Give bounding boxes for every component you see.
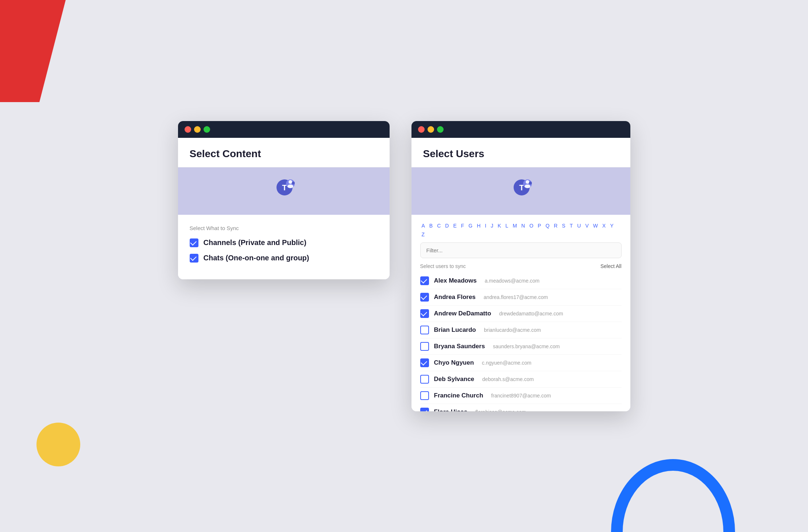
user-row-alex-meadows: Alex Meadows a.meadows@acme.com xyxy=(420,273,622,289)
maximize-button-left[interactable] xyxy=(204,126,210,133)
alpha-L[interactable]: L xyxy=(504,222,510,229)
svg-point-4 xyxy=(287,185,293,188)
users-list: Alex Meadows a.meadows@acme.com Andrea F… xyxy=(411,273,630,411)
users-header: Select users to sync Select All xyxy=(411,263,630,273)
user-row-andrea-flores: Andrea Flores andrea.flores17@acme.com xyxy=(420,289,622,306)
user-checkbox-deb-sylvance[interactable] xyxy=(420,375,429,384)
user-email-chyo-ngyuen: c.ngyuen@acme.com xyxy=(482,360,531,366)
svg-point-11 xyxy=(529,182,532,185)
channels-row: Channels (Private and Public) xyxy=(190,238,378,247)
user-email-andrea-flores: andrea.flores17@acme.com xyxy=(484,294,548,300)
user-name-bryana-saunders: Bryana Saunders xyxy=(434,343,485,350)
alphabet-filter: A B C D E F G H I J K L M N O P Q R S T xyxy=(411,215,630,242)
user-checkbox-andrew-dedamatto[interactable] xyxy=(420,309,429,318)
select-all-button[interactable]: Select All xyxy=(600,263,622,269)
right-window-header: Select Users xyxy=(411,138,630,167)
svg-point-9 xyxy=(526,180,529,184)
alpha-C[interactable]: C xyxy=(436,222,442,229)
user-checkbox-francine-church[interactable] xyxy=(420,391,429,400)
alpha-K[interactable]: K xyxy=(496,222,502,229)
teams-logo-left: T xyxy=(269,176,298,206)
alpha-U[interactable]: U xyxy=(576,222,582,229)
teams-banner-right: T xyxy=(411,167,630,215)
alpha-Q[interactable]: Q xyxy=(544,222,551,229)
alpha-M[interactable]: M xyxy=(511,222,518,229)
alpha-H[interactable]: H xyxy=(475,222,482,229)
close-button-left[interactable] xyxy=(185,126,191,133)
user-checkbox-alex-meadows[interactable] xyxy=(420,276,429,285)
alpha-Y[interactable]: Y xyxy=(608,222,615,229)
left-window-body: Select Content T xyxy=(178,138,390,279)
user-row-deb-sylvance: Deb Sylvance deborah.s@acme.com xyxy=(420,371,622,388)
user-row-brian-lucardo: Brian Lucardo brianlucardo@acme.com xyxy=(420,322,622,338)
user-row-flora-hisas: Flora Hisas florahisas@acme.com xyxy=(420,404,622,411)
user-row-francine-church: Francine Church francinet8907@acme.com xyxy=(420,388,622,404)
user-checkbox-andrea-flores[interactable] xyxy=(420,293,429,302)
user-row-chyo-ngyuen: Chyo Ngyuen c.ngyuen@acme.com xyxy=(420,355,622,371)
user-email-deb-sylvance: deborah.s@acme.com xyxy=(482,376,534,382)
chats-checkbox[interactable] xyxy=(190,254,198,263)
alpha-N[interactable]: N xyxy=(520,222,526,229)
titlebar-left xyxy=(178,121,390,138)
user-email-alex-meadows: a.meadows@acme.com xyxy=(485,278,540,284)
alpha-W[interactable]: W xyxy=(592,222,599,229)
select-content-window: Select Content T xyxy=(178,121,390,279)
right-window-body: Select Users T A B C D E F xyxy=(411,138,630,411)
section-label: Select What to Sync xyxy=(190,225,378,231)
user-checkbox-flora-hisas[interactable] xyxy=(420,408,429,411)
select-users-window: Select Users T A B C D E F xyxy=(411,121,630,411)
user-name-andrea-flores: Andrea Flores xyxy=(434,294,476,301)
user-name-flora-hisas: Flora Hisas xyxy=(434,408,468,411)
minimize-button-left[interactable] xyxy=(194,126,201,133)
minimize-button-right[interactable] xyxy=(428,126,434,133)
alpha-R[interactable]: R xyxy=(552,222,559,229)
user-email-bryana-saunders: saunders.bryana@acme.com xyxy=(493,343,560,349)
chats-label: Chats (One-on-one and group) xyxy=(204,254,309,262)
user-name-brian-lucardo: Brian Lucardo xyxy=(434,326,476,334)
user-row-bryana-saunders: Bryana Saunders saunders.bryana@acme.com xyxy=(420,338,622,355)
user-email-brian-lucardo: brianlucardo@acme.com xyxy=(484,327,541,333)
alpha-B[interactable]: B xyxy=(428,222,434,229)
alpha-O[interactable]: O xyxy=(528,222,535,229)
alpha-D[interactable]: D xyxy=(444,222,450,229)
svg-point-3 xyxy=(289,180,292,184)
user-name-andrew-dedamatto: Andrew DeDamatto xyxy=(434,310,491,317)
alpha-Z[interactable]: Z xyxy=(420,231,426,238)
user-name-deb-sylvance: Deb Sylvance xyxy=(434,376,475,383)
user-name-francine-church: Francine Church xyxy=(434,392,483,399)
svg-point-10 xyxy=(525,185,530,188)
alpha-I[interactable]: I xyxy=(483,222,488,229)
windows-container: Select Content T xyxy=(178,121,630,411)
content-section: Select What to Sync Channels (Private an… xyxy=(178,215,390,279)
alpha-J[interactable]: J xyxy=(489,222,495,229)
alpha-P[interactable]: P xyxy=(536,222,542,229)
channels-checkbox[interactable] xyxy=(190,238,198,247)
alpha-A[interactable]: A xyxy=(420,222,426,229)
maximize-button-right[interactable] xyxy=(437,126,444,133)
alpha-T[interactable]: T xyxy=(568,222,575,229)
user-checkbox-bryana-saunders[interactable] xyxy=(420,342,429,351)
close-button-right[interactable] xyxy=(418,126,425,133)
alpha-S[interactable]: S xyxy=(560,222,567,229)
right-window-title: Select Users xyxy=(423,148,619,160)
bg-yellow-circle xyxy=(36,423,80,466)
teams-logo-right: T xyxy=(506,176,536,206)
user-checkbox-chyo-ngyuen[interactable] xyxy=(420,358,429,367)
alpha-F[interactable]: F xyxy=(460,222,466,229)
channels-label: Channels (Private and Public) xyxy=(204,238,306,247)
alpha-G[interactable]: G xyxy=(467,222,474,229)
user-checkbox-brian-lucardo[interactable] xyxy=(420,326,429,334)
user-name-alex-meadows: Alex Meadows xyxy=(434,277,477,284)
user-email-flora-hisas: florahisas@acme.com xyxy=(475,409,526,411)
alpha-E[interactable]: E xyxy=(452,222,458,229)
left-window-header: Select Content xyxy=(178,138,390,167)
user-email-andrew-dedamatto: drewdedamatto@acme.com xyxy=(499,311,563,317)
filter-input[interactable] xyxy=(420,242,622,258)
filter-input-wrapper xyxy=(411,242,630,263)
user-name-chyo-ngyuen: Chyo Ngyuen xyxy=(434,359,474,366)
user-email-francine-church: francinet8907@acme.com xyxy=(491,393,551,399)
alpha-V[interactable]: V xyxy=(584,222,590,229)
alpha-X[interactable]: X xyxy=(601,222,607,229)
titlebar-right xyxy=(411,121,630,138)
bg-red-shape xyxy=(0,0,66,102)
